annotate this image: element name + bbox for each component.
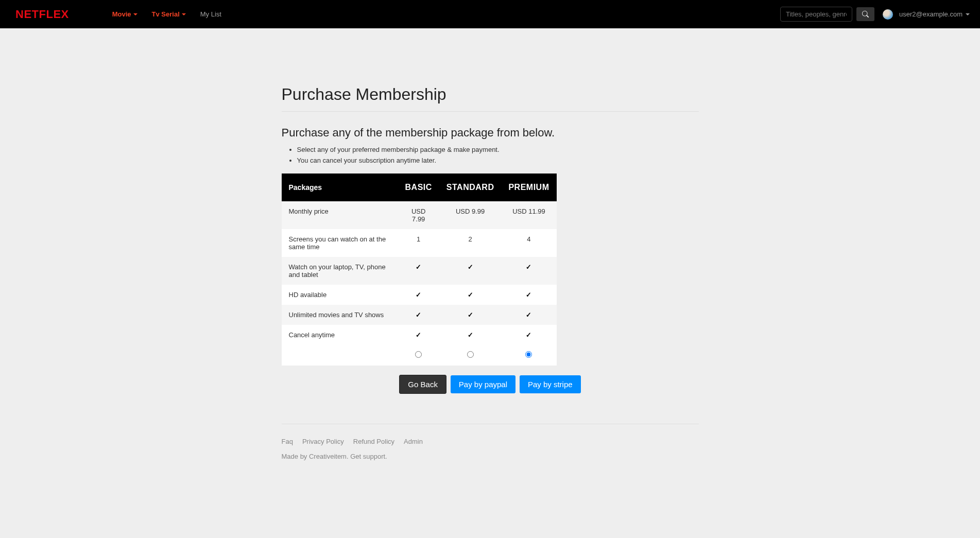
user-menu[interactable]: user2@example.com [899,10,970,18]
instruction-item: Select any of your preferred membership … [297,145,699,155]
nav-movie[interactable]: Movie [105,10,145,18]
cell-check [398,325,439,345]
go-back-button[interactable]: Go Back [399,375,446,394]
cell-check [398,285,439,305]
check-icon [468,291,473,299]
chevron-down-icon [966,13,970,15]
nav-left: Movie Tv Serial My List [105,10,229,18]
footer-divider [282,424,699,424]
footer-link-faq[interactable]: Faq [282,438,293,445]
cell-check [439,305,502,325]
cell-value: 1 [398,229,439,257]
plan-radio-standard[interactable] [467,351,474,358]
table-header-label: Packages [282,173,398,201]
table-row-select [282,345,557,366]
row-label: HD available [282,285,398,305]
nav-movie-label: Movie [112,10,131,18]
footer-link-refund[interactable]: Refund Policy [353,438,394,445]
footer-links: Faq Privacy Policy Refund Policy Admin [282,438,699,445]
table-row: Monthly price USD 7.99 USD 9.99 USD 11.9… [282,201,557,229]
footer: Faq Privacy Policy Refund Policy Admin M… [282,409,699,481]
page-title: Purchase Membership [282,85,699,104]
cell-value: 4 [501,229,556,257]
cell-check [439,285,502,305]
packages-table: Packages BASIC STANDARD PREMIUM Monthly … [282,173,557,366]
plan-header-basic: BASIC [398,173,439,201]
chevron-down-icon [133,13,137,15]
made-by-prefix: Made by [282,453,309,460]
row-label: Screens you can watch on at the same tim… [282,229,398,257]
check-icon [526,263,531,271]
table-row: Cancel anytime [282,325,557,345]
cell-check [501,305,556,325]
cell-value: USD 9.99 [439,201,502,229]
search-input[interactable] [780,7,852,22]
avatar[interactable] [883,9,893,20]
check-icon [468,331,473,339]
check-icon [416,291,421,299]
plan-radio-premium[interactable] [525,351,532,358]
cell-check [501,257,556,285]
brand-logo[interactable]: NETFLEX [15,8,69,21]
nav-tvserial-label: Tv Serial [152,10,180,18]
cell-value: USD 7.99 [398,201,439,229]
table-row: Watch on your laptop, TV, phone and tabl… [282,257,557,285]
page-subtitle: Purchase any of the membership package f… [282,126,699,140]
divider [282,111,699,112]
table-row: HD available [282,285,557,305]
made-by-link-creativeitem[interactable]: Creativeitem [309,453,347,460]
main-container: Purchase Membership Purchase any of the … [282,28,699,409]
cell-value: USD 11.99 [501,201,556,229]
check-icon [416,311,421,319]
cell-check [501,325,556,345]
row-label: Unlimited movies and TV shows [282,305,398,325]
footer-link-admin[interactable]: Admin [404,438,423,445]
search-icon [862,11,869,18]
plan-radio-basic[interactable] [415,351,422,358]
chevron-down-icon [182,13,186,15]
check-icon [526,311,531,319]
table-row: Screens you can watch on at the same tim… [282,229,557,257]
footer-link-privacy[interactable]: Privacy Policy [302,438,344,445]
nav-tvserial[interactable]: Tv Serial [145,10,193,18]
row-label: Monthly price [282,201,398,229]
check-icon [416,263,421,271]
nav-mylist[interactable]: My List [193,10,229,18]
navbar: NETFLEX Movie Tv Serial My List user2@ex… [0,0,980,28]
table-row: Unlimited movies and TV shows [282,305,557,325]
instructions-list: Select any of your preferred membership … [297,145,699,166]
check-icon [468,311,473,319]
button-row: Go Back Pay by paypal Pay by stripe [282,375,699,394]
row-label: Watch on your laptop, TV, phone and tabl… [282,257,398,285]
check-icon [526,291,531,299]
cell-check [501,285,556,305]
check-icon [416,331,421,339]
nav-mylist-label: My List [200,10,221,18]
cell-check [398,257,439,285]
plan-header-premium: PREMIUM [501,173,556,201]
instruction-item: You can cancel your subscription anytime… [297,155,699,166]
nav-right: user2@example.com [780,7,970,22]
check-icon [468,263,473,271]
search-button[interactable] [856,7,874,21]
cell-check [439,257,502,285]
user-email: user2@example.com [899,10,962,18]
cell-value: 2 [439,229,502,257]
row-label: Cancel anytime [282,325,398,345]
cell-check [439,325,502,345]
pay-paypal-button[interactable]: Pay by paypal [451,375,515,393]
row-label-empty [282,345,398,366]
pay-stripe-button[interactable]: Pay by stripe [520,375,581,393]
cell-check [398,305,439,325]
check-icon [526,331,531,339]
made-by-link-support[interactable]: Get support. [350,453,387,460]
plan-header-standard: STANDARD [439,173,502,201]
made-by: Made by Creativeitem. Get support. [282,453,699,460]
